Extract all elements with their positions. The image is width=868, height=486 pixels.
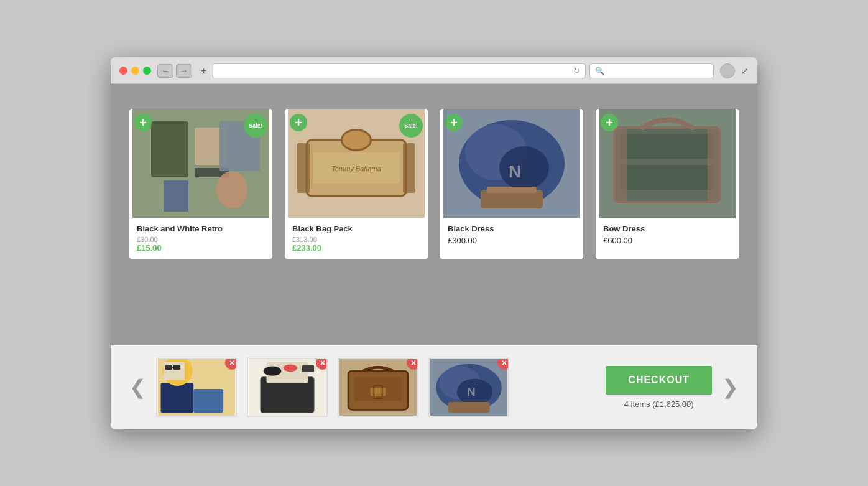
product-image-wrapper-2: Tommy Bahama + Sale! (285, 109, 428, 218)
svg-rect-31 (161, 383, 194, 413)
cart-item-image-3 (339, 359, 417, 416)
products-grid: + Sale! Black and White Retro £30.00 £15… (129, 96, 739, 271)
new-tab-button[interactable]: + (198, 65, 209, 77)
product-name-4: Bow Dress (603, 224, 731, 233)
product-original-price-1: £30.00 (137, 236, 265, 243)
svg-rect-35 (165, 365, 172, 370)
svg-rect-2 (164, 180, 188, 212)
svg-point-42 (264, 366, 282, 375)
svg-point-11 (343, 131, 370, 149)
minimize-button[interactable] (131, 67, 139, 75)
nav-buttons: ← → (157, 64, 192, 78)
product-info-4: Bow Dress £600.00 (596, 218, 739, 251)
product-card-1[interactable]: + Sale! Black and White Retro £30.00 £15… (129, 109, 272, 259)
cart-remove-btn-3[interactable]: × (407, 358, 418, 370)
add-to-cart-btn-1[interactable]: + (134, 114, 152, 131)
svg-rect-1 (151, 121, 188, 177)
svg-rect-21 (487, 187, 537, 193)
svg-text:N: N (467, 385, 476, 398)
svg-rect-44 (302, 365, 314, 372)
svg-rect-15 (403, 143, 415, 193)
cart-item-1[interactable]: × (156, 358, 237, 417)
svg-rect-27 (621, 165, 714, 190)
close-button[interactable] (119, 67, 127, 75)
product-info-2: Black Bag Pack £313.00 £233.00 (285, 218, 428, 259)
browser-window: ← → + ↻ 🔍 ⤢ (111, 57, 757, 429)
search-bar[interactable]: 🔍 (589, 63, 714, 78)
product-image-wrapper-3: N + (440, 109, 583, 218)
cart-left-arrow[interactable]: ❮ (129, 375, 146, 399)
svg-text:Tommy Bahama: Tommy Bahama (331, 165, 381, 172)
svg-rect-34 (164, 362, 185, 380)
svg-rect-33 (193, 388, 223, 412)
svg-text:N: N (509, 162, 521, 181)
product-name-1: Black and White Retro (137, 224, 265, 233)
product-original-price-2: £313.00 (292, 236, 420, 243)
sale-badge-2: Sale! (399, 114, 423, 138)
product-card-4[interactable]: + Bow Dress £600.00 (596, 109, 739, 259)
product-info-1: Black and White Retro £30.00 £15.00 (129, 218, 272, 259)
cart-area: ❮ × (111, 345, 757, 429)
cart-remove-btn-1[interactable]: × (225, 358, 237, 370)
add-to-cart-btn-2[interactable]: + (290, 114, 307, 131)
product-card-2[interactable]: Tommy Bahama + Sale! Black Bag Pack £313… (285, 109, 428, 259)
reload-icon[interactable]: ↻ (573, 66, 580, 75)
product-price-4: £600.00 (603, 236, 731, 245)
cart-item-image-2 (248, 359, 326, 416)
sale-badge-1: Sale! (244, 114, 267, 138)
cart-items: × × (156, 358, 596, 417)
product-sale-price-2: £233.00 (292, 243, 420, 253)
product-price-3: £300.00 (448, 236, 576, 245)
add-to-cart-btn-4[interactable]: + (601, 114, 618, 131)
svg-rect-55 (448, 401, 489, 412)
product-image-wrapper-1: + Sale! (129, 109, 272, 218)
cart-item-2[interactable]: × (247, 358, 328, 417)
address-bar[interactable]: ↻ (213, 63, 586, 78)
address-bar-container: + ↻ 🔍 (198, 63, 714, 78)
product-info-3: Black Dress £300.00 (440, 218, 583, 251)
svg-point-5 (216, 171, 247, 208)
product-card-3[interactable]: N + Black Dress £300.00 (440, 109, 583, 259)
expand-icon[interactable]: ⤢ (741, 66, 749, 76)
search-icon: 🔍 (595, 67, 604, 75)
svg-rect-29 (708, 128, 720, 202)
svg-point-19 (499, 146, 549, 190)
svg-rect-50 (354, 376, 402, 400)
product-name-2: Black Bag Pack (292, 224, 420, 233)
browser-avatar (720, 63, 735, 78)
svg-rect-26 (621, 134, 714, 159)
cart-summary: 4 items (£1,625.00) (624, 400, 694, 409)
titlebar: ← → + ↻ 🔍 ⤢ (111, 57, 757, 84)
cart-item-image-4: N (430, 359, 508, 416)
svg-rect-28 (614, 128, 627, 202)
maximize-button[interactable] (143, 67, 151, 75)
product-name-3: Black Dress (448, 224, 576, 233)
product-image-wrapper-4: + (596, 109, 739, 218)
cart-item-3[interactable]: × (338, 358, 418, 417)
cart-remove-btn-4[interactable]: × (497, 358, 509, 370)
svg-point-43 (283, 364, 297, 371)
add-to-cart-btn-3[interactable]: + (445, 114, 463, 131)
cart-item-4[interactable]: N × (428, 358, 509, 417)
cart-right-arrow[interactable]: ❯ (722, 375, 739, 399)
checkout-button[interactable]: CHECKOUT (606, 366, 712, 395)
svg-rect-36 (173, 365, 180, 370)
browser-content: + Sale! Black and White Retro £30.00 £15… (111, 84, 757, 345)
traffic-lights (119, 67, 151, 75)
back-button[interactable]: ← (157, 64, 173, 78)
cart-item-image-1 (157, 359, 236, 416)
product-sale-price-1: £15.00 (137, 243, 265, 253)
forward-button[interactable]: → (176, 64, 192, 78)
svg-rect-14 (297, 143, 310, 193)
checkout-area: CHECKOUT 4 items (£1,625.00) (606, 366, 712, 409)
cart-remove-btn-2[interactable]: × (316, 358, 328, 370)
